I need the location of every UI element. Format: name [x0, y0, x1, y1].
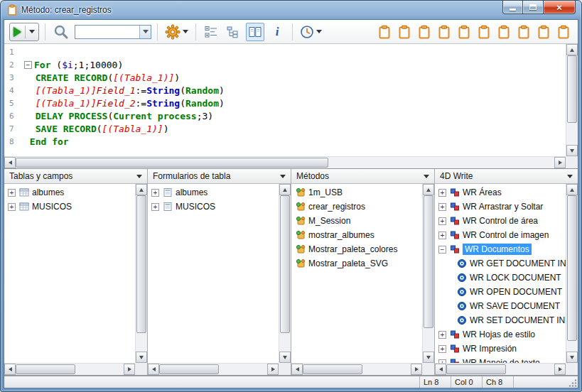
panel-list[interactable]: +WR Áreas+WR Arrastrar y Soltar+WR Contr… [435, 184, 566, 363]
panel-list[interactable]: +albumes+MUSICOS [4, 184, 135, 363]
call-chain-button[interactable] [224, 23, 242, 41]
collapse-icon[interactable]: − [438, 246, 446, 254]
panel-vscrollbar[interactable] [422, 184, 434, 363]
scrollbar-track[interactable] [16, 157, 554, 168]
list-item[interactable]: +WR Arrastrar y Soltar [435, 200, 566, 214]
scrollbar-track[interactable] [566, 55, 578, 145]
resize-grip[interactable] [567, 376, 578, 388]
panel-header[interactable]: Métodos [291, 169, 434, 184]
panel-list[interactable]: 1m_USBcrear_registrosM_Sessionmostrar_al… [291, 184, 422, 363]
list-item[interactable]: WR OPEN DOCUMENT [435, 285, 566, 299]
list-item[interactable]: +albumes [4, 185, 135, 200]
chevron-down-icon[interactable] [29, 30, 35, 33]
scroll-up-button[interactable] [136, 184, 147, 195]
list-item[interactable]: WR GET DOCUMENT INFO [435, 256, 566, 271]
list-item[interactable]: +WR Impresión [435, 342, 566, 356]
list-item[interactable]: −WR Documentos [435, 242, 566, 256]
scroll-right-button[interactable] [554, 364, 566, 375]
minimize-button[interactable] [502, 1, 523, 14]
scroll-left-button[interactable] [4, 157, 16, 168]
list-item[interactable]: WR SET DOCUMENT INFO [435, 313, 566, 327]
scroll-down-button[interactable] [279, 352, 291, 363]
panel-hscrollbar[interactable] [148, 363, 279, 375]
panel-hscrollbar[interactable] [291, 363, 422, 375]
list-item[interactable]: +MUSICOS [148, 200, 279, 214]
scrollbar-thumb[interactable] [567, 195, 577, 341]
clipboard-button-9[interactable] [536, 23, 551, 41]
combobox-input[interactable] [75, 26, 139, 38]
chevron-down-icon[interactable] [280, 175, 286, 178]
scrollbar-thumb[interactable] [159, 364, 219, 374]
info-button[interactable]: i [268, 23, 286, 41]
scroll-left-button[interactable] [291, 364, 303, 375]
scroll-right-button[interactable] [411, 364, 422, 375]
scrollbar-track[interactable] [136, 195, 147, 352]
clipboard-button-8[interactable] [516, 23, 532, 41]
combobox-dropdown-button[interactable] [139, 26, 151, 38]
close-button[interactable]: × [543, 1, 576, 14]
clipboard-button-6[interactable] [476, 23, 492, 41]
editor-hscrollbar[interactable] [4, 156, 566, 168]
clipboard-button-3[interactable] [416, 23, 432, 41]
chevron-down-icon[interactable] [136, 175, 142, 178]
scroll-down-button[interactable] [566, 352, 578, 363]
code-line[interactable]: −For ($i;1;10000) [24, 59, 566, 72]
expand-icon[interactable]: + [151, 189, 159, 197]
panel-header[interactable]: Tablas y campos [4, 169, 147, 184]
list-item[interactable]: WR SAVE DOCUMENT [435, 299, 566, 313]
chevron-down-icon[interactable] [183, 30, 188, 33]
scroll-right-button[interactable] [554, 157, 566, 168]
chevron-down-icon[interactable] [424, 175, 429, 178]
expand-icon[interactable]: + [438, 331, 446, 339]
execute-method-button[interactable] [9, 23, 39, 41]
panel-list[interactable]: +albumes+MUSICOS [148, 184, 279, 363]
panel-hscrollbar[interactable] [435, 363, 566, 375]
clipboard-button-7[interactable] [496, 23, 512, 41]
expand-icon[interactable]: + [438, 217, 446, 225]
code-line[interactable]: DELAY PROCESS(Current process;3) [24, 110, 566, 123]
clipboard-button-1[interactable] [377, 23, 392, 41]
scroll-left-button[interactable] [148, 364, 159, 375]
fold-collapse-icon[interactable]: − [24, 61, 32, 69]
editor-vscrollbar[interactable] [566, 44, 578, 156]
scrollbar-track[interactable] [159, 364, 267, 375]
list-item[interactable]: +WR Hojas de estilo [435, 327, 566, 342]
panel-vscrollbar[interactable] [566, 184, 578, 363]
chevron-down-icon[interactable] [316, 30, 322, 33]
scrollbar-thumb[interactable] [446, 364, 506, 374]
expand-icon[interactable]: + [151, 203, 159, 211]
scroll-down-button[interactable] [566, 145, 578, 156]
list-item[interactable]: +WR Áreas [435, 185, 566, 200]
panel-hscrollbar[interactable] [4, 363, 135, 375]
scrollbar-thumb[interactable] [567, 55, 577, 123]
search-button[interactable] [51, 22, 71, 42]
scroll-up-button[interactable] [423, 184, 434, 195]
scroll-right-button[interactable] [124, 364, 135, 375]
clipboard-button-5[interactable] [456, 23, 472, 41]
panel-header[interactable]: Formularios de tabla [148, 169, 291, 184]
documentation-button[interactable] [246, 23, 264, 41]
list-item[interactable]: WR LOCK DOCUMENT [435, 271, 566, 285]
scrollbar-track[interactable] [423, 195, 434, 352]
scroll-down-button[interactable] [136, 352, 147, 363]
expand-icon[interactable]: + [8, 203, 16, 211]
expand-icon[interactable]: + [8, 189, 16, 197]
list-item[interactable]: Mostrar_paleta_colores [291, 242, 422, 256]
expand-icon[interactable]: + [438, 203, 446, 211]
scroll-up-button[interactable] [566, 44, 578, 55]
panel-vscrollbar[interactable] [135, 184, 147, 363]
code-editor[interactable]: 12345678 −For ($i;1;10000) CREATE RECORD… [4, 44, 566, 156]
panel-vscrollbar[interactable] [279, 184, 291, 363]
scrollbar-thumb[interactable] [303, 364, 362, 374]
scrollbar-thumb[interactable] [16, 364, 75, 374]
code-line[interactable] [24, 46, 566, 59]
panel-header[interactable]: 4D Write [435, 169, 578, 184]
macros-clock-button[interactable] [298, 23, 323, 40]
expand-icon[interactable]: + [438, 232, 446, 239]
scroll-right-button[interactable] [267, 364, 279, 375]
list-item[interactable]: crear_registros [291, 200, 422, 214]
list-item[interactable]: 1m_USB [291, 185, 422, 200]
code-line[interactable]: SAVE RECORD([(Tabla_1)]) [24, 123, 566, 136]
list-item[interactable]: +WR Manejo de texto [435, 356, 566, 363]
clipboard-button-4[interactable] [436, 23, 452, 41]
